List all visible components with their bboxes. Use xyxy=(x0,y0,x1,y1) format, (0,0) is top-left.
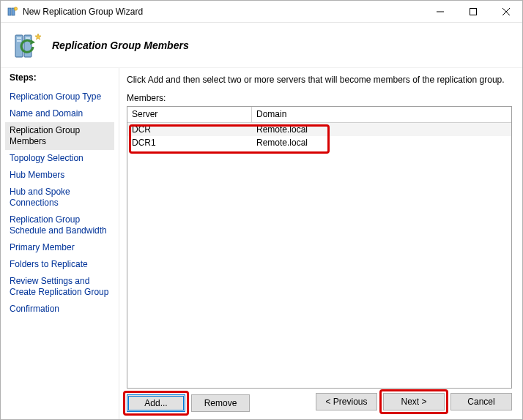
cell-domain: Remote.local xyxy=(252,124,511,135)
steps-heading: Steps: xyxy=(10,72,111,83)
table-row[interactable]: DCRRemote.local xyxy=(127,123,511,136)
instructions-text: Click Add and then select two or more se… xyxy=(127,74,512,86)
step-item[interactable]: Hub and Spoke Connections xyxy=(10,184,111,211)
wizard-button-row: < Previous Next > Cancel xyxy=(316,393,512,410)
table-row[interactable]: DCR1Remote.local xyxy=(127,136,511,149)
cancel-button[interactable]: Cancel xyxy=(450,393,512,410)
body: Steps: Replication Group TypeName and Do… xyxy=(1,68,522,419)
step-item[interactable]: Replication Group Type xyxy=(10,89,111,105)
page-title: Replication Group Members xyxy=(52,40,189,51)
column-header-domain[interactable]: Domain xyxy=(252,107,511,122)
titlebar: New Replication Group Wizard xyxy=(1,1,522,23)
step-item[interactable]: Hub Members xyxy=(10,167,111,184)
step-item[interactable]: Folders to Replicate xyxy=(10,256,111,273)
step-item[interactable]: Replication Group Members xyxy=(5,122,114,150)
svg-rect-4 xyxy=(470,8,476,15)
step-item[interactable]: Primary Member xyxy=(10,239,111,256)
previous-button[interactable]: < Previous xyxy=(316,393,377,410)
wizard-icon xyxy=(11,29,43,61)
svg-marker-13 xyxy=(30,40,35,45)
svg-point-2 xyxy=(14,7,17,10)
step-item[interactable]: Review Settings and Create Replication G… xyxy=(10,273,111,301)
steps-sidebar: Steps: Replication Group TypeName and Do… xyxy=(1,68,119,419)
svg-rect-0 xyxy=(8,8,11,15)
svg-marker-14 xyxy=(35,34,41,40)
step-item[interactable]: Confirmation xyxy=(10,301,111,318)
maximize-button[interactable] xyxy=(456,1,489,23)
close-button[interactable] xyxy=(489,1,522,23)
window-title: New Replication Group Wizard xyxy=(23,7,143,17)
remove-button[interactable]: Remove xyxy=(191,394,250,412)
svg-rect-9 xyxy=(17,40,21,42)
grid-header: Server Domain xyxy=(127,107,511,123)
svg-rect-8 xyxy=(17,37,21,39)
next-button[interactable]: Next > xyxy=(383,393,445,410)
app-icon xyxy=(7,6,18,18)
step-item[interactable]: Name and Domain xyxy=(10,105,111,122)
cell-domain: Remote.local xyxy=(252,138,511,148)
step-item[interactable]: Topology Selection xyxy=(10,150,111,167)
cell-server: DCR xyxy=(127,124,252,135)
step-item[interactable]: Replication Group Schedule and Bandwidth xyxy=(10,211,111,239)
main-panel: Click Add and then select two or more se… xyxy=(119,68,522,419)
cell-server: DCR1 xyxy=(127,138,252,148)
svg-rect-11 xyxy=(26,37,30,39)
add-button[interactable]: Add... xyxy=(127,394,185,412)
minimize-button[interactable] xyxy=(423,1,456,23)
members-grid[interactable]: Server Domain DCRRemote.localDCR1Remote.… xyxy=(127,106,512,389)
column-header-server[interactable]: Server xyxy=(127,107,252,122)
members-label: Members: xyxy=(127,93,512,103)
header-band: Replication Group Members xyxy=(1,23,522,68)
